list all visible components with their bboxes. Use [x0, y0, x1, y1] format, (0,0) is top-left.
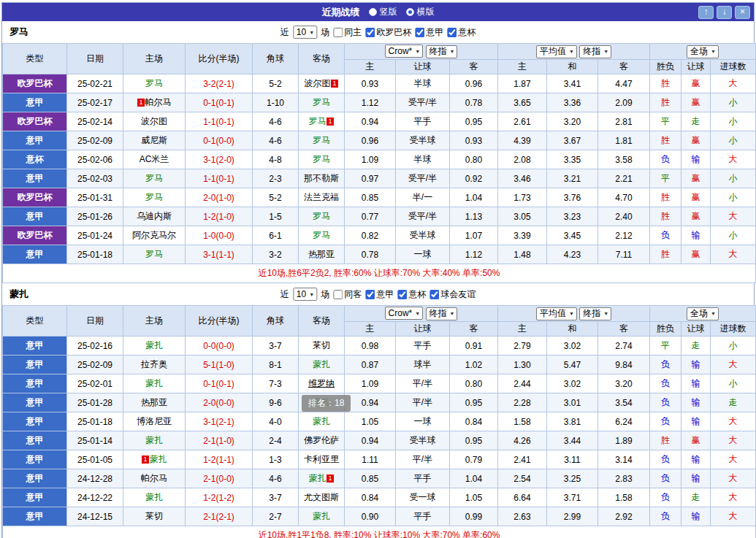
col-header-date: 日期 [67, 44, 123, 74]
handicap-away-odds-cell: 0.91 [450, 337, 498, 356]
odds-stage-select[interactable]: 终指▼ [426, 45, 458, 58]
handicap-home-odds-cell: 0.94 [345, 431, 396, 450]
team-name-heading: 罗马 [9, 26, 28, 39]
fulltime-select[interactable]: 全场▼ [687, 307, 719, 320]
avg-home-odds-cell: 2.63 [498, 507, 547, 526]
filter-checkbox[interactable]: 意杯 [447, 26, 476, 39]
team-name[interactable]: 蒙扎 [313, 359, 330, 369]
team-name[interactable]: 法兰克福 [304, 192, 339, 202]
goals-result-cell: 小 [711, 337, 756, 356]
team-name[interactable]: 罗马 [313, 230, 330, 240]
team-name[interactable]: 莱切 [145, 511, 163, 521]
checkbox-label: 意杯 [408, 288, 426, 301]
team-name[interactable]: 卡利亚里 [304, 454, 339, 464]
away-team-cell: 法兰克福 [299, 188, 345, 207]
team-name[interactable]: 蒙扎 [313, 416, 330, 426]
team-name[interactable]: 阿尔克马尔 [132, 230, 176, 240]
move-up-button[interactable]: ↑ [698, 6, 714, 19]
team-name[interactable]: 佛罗伦萨 [304, 435, 339, 445]
match-count-select[interactable]: 10▼ [293, 288, 317, 301]
avg-draw-odds-cell: 3.25 [547, 469, 598, 488]
checkbox-input[interactable] [365, 28, 375, 37]
fulltime-select[interactable]: 全场▼ [687, 45, 719, 58]
avg-draw-odds-cell: 5.47 [547, 356, 598, 374]
goals-result-cell: 大 [711, 412, 756, 431]
team-name[interactable]: 罗马 [313, 211, 330, 221]
subcol-avg-draw: 和 [547, 60, 598, 74]
checkbox-input[interactable] [333, 28, 343, 37]
team-name[interactable]: 蒙扎1 [308, 473, 334, 483]
filter-checkbox[interactable]: 欧罗巴杯 [365, 26, 411, 39]
close-button[interactable]: × [735, 6, 750, 19]
checkbox-input[interactable] [397, 290, 407, 299]
checkbox-input[interactable] [429, 290, 439, 299]
team-name[interactable]: 罗马 [313, 135, 330, 145]
team-name[interactable]: 波尔图1 [304, 78, 338, 88]
avg-draw-odds-cell: 3.11 [547, 450, 598, 469]
home-team-cell: 帕尔马 [123, 469, 186, 488]
team-name[interactable]: 蒙扎 [145, 340, 163, 350]
match-row: 意甲25-02-01蒙扎0-1(0-1)7-3维罗纳1.09平/半0.802.4… [3, 374, 756, 393]
team-name[interactable]: 维罗纳 [308, 378, 335, 388]
team-name[interactable]: 乌迪内斯 [137, 211, 172, 221]
team-name[interactable]: 1蒙扎 [141, 454, 167, 464]
odds-company-select[interactable]: Crow*▼ [385, 307, 424, 320]
result-cell: 平 [650, 169, 681, 188]
team-name[interactable]: 罗马 [145, 249, 163, 259]
team-name[interactable]: 帕尔马 [141, 473, 167, 483]
checkbox-input[interactable] [365, 290, 375, 299]
col-header-date: 日期 [67, 306, 123, 337]
avg-stage-select[interactable]: 终指▼ [579, 45, 611, 58]
result-cell: 胜 [650, 131, 681, 150]
filter-checkbox[interactable]: 同客 [333, 288, 362, 301]
team-name[interactable]: 蒙扎 [145, 435, 163, 445]
team-name[interactable]: 热那亚 [308, 249, 335, 259]
team-name[interactable]: 博洛尼亚 [137, 416, 172, 426]
checkbox-input[interactable] [415, 28, 424, 37]
filter-checkbox[interactable]: 球会友谊 [429, 288, 476, 301]
avg-draw-odds-cell: 3.67 [547, 131, 598, 150]
team-name[interactable]: 罗马 [145, 78, 163, 88]
team-name[interactable]: 威尼斯 [141, 135, 167, 145]
handicap-home-odds-cell: 0.77 [345, 207, 396, 226]
checkbox-input[interactable] [447, 28, 457, 37]
team-name[interactable]: 罗马 [313, 97, 330, 107]
team-name[interactable]: 罗马 [313, 154, 330, 164]
col-header-type: 类型 [3, 44, 67, 74]
corners-cell: 3-7 [253, 488, 299, 507]
odds-company-select[interactable]: Crow*▼ [385, 45, 424, 58]
match-row: 意甲24-12-22蒙扎1-2(1-2)3-7尤文图斯0.84受一球1.056.… [3, 488, 756, 507]
league-cell: 意甲 [3, 131, 67, 150]
goals-result-cell: 大 [711, 207, 756, 226]
match-count-select[interactable]: 10▼ [293, 26, 317, 39]
team-name[interactable]: 蒙扎 [145, 378, 163, 388]
team-name[interactable]: 那不勒斯 [304, 173, 339, 183]
odds-stage-select[interactable]: 终指▼ [426, 307, 458, 320]
team-name[interactable]: 拉齐奥 [141, 359, 167, 369]
filter-checkbox[interactable]: 同主 [333, 26, 362, 39]
move-down-button[interactable]: ↓ [717, 6, 732, 19]
team-name[interactable]: 罗马1 [308, 116, 334, 126]
avg-stage-select[interactable]: 终指▼ [579, 307, 611, 320]
team-name[interactable]: 罗马 [145, 192, 163, 202]
checkbox-input[interactable] [333, 290, 343, 299]
team-name[interactable]: AC米兰 [140, 154, 169, 164]
filter-checkbox[interactable]: 意甲 [415, 26, 443, 39]
avg-odds-select[interactable]: 平均值▼ [536, 45, 577, 58]
layout-radio-horizontal[interactable]: 横版 [406, 6, 435, 18]
filter-checkbox[interactable]: 意杯 [397, 288, 426, 301]
team-name[interactable]: 热那亚 [141, 397, 167, 407]
filter-checkbox[interactable]: 意甲 [365, 288, 394, 301]
avg-odds-select[interactable]: 平均值▼ [536, 307, 577, 320]
date-cell: 25-02-09 [67, 131, 123, 150]
team-name[interactable]: 波尔图 [141, 116, 167, 126]
team-name[interactable]: 罗马 [145, 173, 163, 183]
team-name[interactable]: 蒙扎 [313, 511, 330, 521]
handicap-home-odds-cell: 0.94 [345, 393, 396, 412]
avg-home-odds-cell: 1.48 [498, 245, 547, 264]
team-name[interactable]: 尤文图斯 [304, 492, 339, 502]
team-name[interactable]: 1帕尔马 [137, 97, 171, 107]
team-name[interactable]: 蒙扎 [145, 492, 163, 502]
team-name[interactable]: 莱切 [313, 340, 330, 350]
layout-radio-vertical[interactable]: 竖版 [369, 6, 397, 18]
